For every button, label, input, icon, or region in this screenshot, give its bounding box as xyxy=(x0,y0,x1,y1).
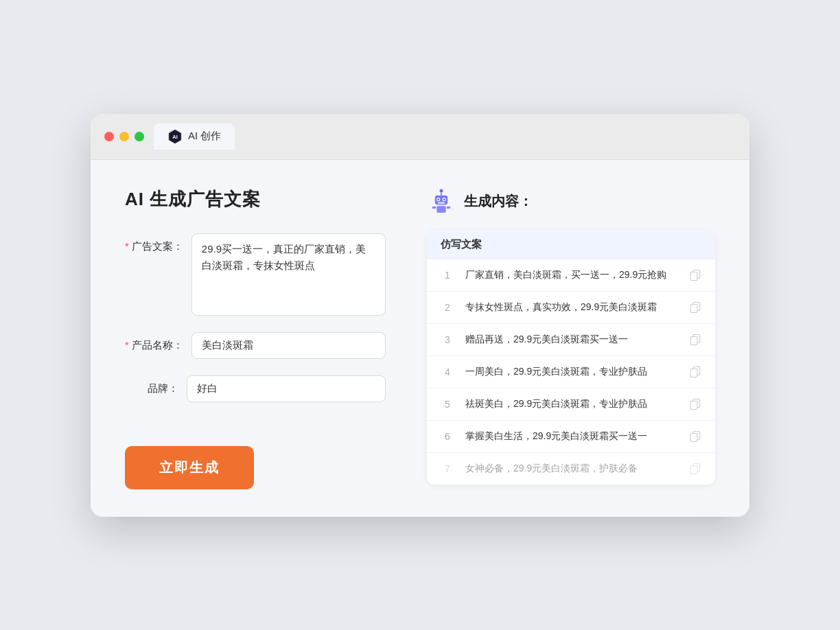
svg-rect-14 xyxy=(690,272,697,280)
row-text: 赠品再送，29.9元美白淡斑霜买一送一 xyxy=(465,334,678,346)
copy-icon[interactable] xyxy=(689,463,701,475)
generate-button[interactable]: 立即生成 xyxy=(125,446,254,489)
row-text: 女神必备，29.9元美白淡斑霜，护肤必备 xyxy=(465,463,678,475)
row-text: 厂家直销，美白淡斑霜，买一送一，29.9元抢购 xyxy=(465,269,678,281)
maximize-button[interactable] xyxy=(135,132,144,141)
result-table: 仿写文案 1厂家直销，美白淡斑霜，买一送一，29.9元抢购 2专抹女性斑点，真实… xyxy=(427,230,715,485)
result-header: 生成内容： xyxy=(427,187,715,216)
table-row: 6掌握美白生活，29.9元美白淡斑霜买一送一 xyxy=(427,421,715,453)
svg-rect-12 xyxy=(447,206,451,208)
table-header: 仿写文案 xyxy=(427,230,715,259)
table-row: 3赠品再送，29.9元美白淡斑霜买一送一 xyxy=(427,324,715,356)
right-panel: 生成内容： 仿写文案 1厂家直销，美白淡斑霜，买一送一，29.9元抢购 2专抹女… xyxy=(427,187,715,489)
svg-rect-10 xyxy=(436,205,445,212)
table-row: 5祛斑美白，29.9元美白淡斑霜，专业护肤品 xyxy=(427,388,715,421)
titlebar: AI AI 创作 xyxy=(91,114,749,160)
left-panel: AI 生成广告文案 广告文案： 产品名称： 品牌： 立即生成 xyxy=(125,187,386,489)
table-row: 1厂家直销，美白淡斑霜，买一送一，29.9元抢购 xyxy=(427,259,715,292)
row-number: 5 xyxy=(441,399,454,410)
svg-point-7 xyxy=(438,198,440,200)
svg-point-2 xyxy=(439,189,443,192)
copy-icon[interactable] xyxy=(689,366,701,378)
tab-label: AI 创作 xyxy=(188,130,221,143)
copy-icon[interactable] xyxy=(689,334,701,346)
ai-tab-icon: AI xyxy=(167,129,183,144)
brand-group: 品牌： xyxy=(125,375,386,402)
table-row: 4一周美白，29.9元美白淡斑霜，专业护肤品 xyxy=(427,356,715,388)
row-number: 3 xyxy=(441,334,454,345)
active-tab[interactable]: AI AI 创作 xyxy=(154,124,235,150)
svg-point-8 xyxy=(443,198,445,200)
minimize-button[interactable] xyxy=(119,132,129,141)
svg-rect-9 xyxy=(438,202,445,203)
copy-icon[interactable] xyxy=(689,398,701,410)
close-button[interactable] xyxy=(104,132,114,141)
ad-copy-group: 广告文案： xyxy=(125,233,386,316)
row-text: 专抹女性斑点，真实功效，29.9元美白淡斑霜 xyxy=(465,301,678,314)
svg-rect-24 xyxy=(690,433,697,441)
row-number: 7 xyxy=(441,463,454,474)
brand-label: 品牌： xyxy=(125,375,187,395)
copy-icon[interactable] xyxy=(689,430,701,443)
browser-window: AI AI 创作 AI 生成广告文案 广告文案： 产品名称： 品牌： xyxy=(91,114,749,517)
product-name-input[interactable] xyxy=(191,332,386,359)
product-name-group: 产品名称： xyxy=(125,332,386,359)
ad-copy-input[interactable] xyxy=(191,233,386,316)
brand-input[interactable] xyxy=(187,375,386,402)
result-rows-container: 1厂家直销，美白淡斑霜，买一送一，29.9元抢购 2专抹女性斑点，真实功效，29… xyxy=(427,259,715,485)
row-number: 4 xyxy=(441,366,454,377)
ad-copy-label: 广告文案： xyxy=(125,233,191,253)
row-number: 6 xyxy=(441,431,454,442)
row-text: 一周美白，29.9元美白淡斑霜，专业护肤品 xyxy=(465,366,678,378)
row-text: 祛斑美白，29.9元美白淡斑霜，专业护肤品 xyxy=(465,398,678,410)
page-title: AI 生成广告文案 xyxy=(125,187,386,211)
svg-rect-11 xyxy=(432,206,436,208)
table-row: 7女神必备，29.9元美白淡斑霜，护肤必备 xyxy=(427,453,715,485)
row-number: 1 xyxy=(441,270,454,281)
svg-rect-20 xyxy=(690,369,697,377)
svg-text:AI: AI xyxy=(172,134,178,140)
copy-icon[interactable] xyxy=(689,269,701,281)
product-name-label: 产品名称： xyxy=(125,332,191,352)
table-row: 2专抹女性斑点，真实功效，29.9元美白淡斑霜 xyxy=(427,292,715,324)
svg-rect-26 xyxy=(690,465,697,474)
svg-rect-22 xyxy=(690,401,697,409)
traffic-lights xyxy=(104,132,144,141)
row-number: 2 xyxy=(441,302,454,313)
svg-rect-18 xyxy=(690,336,697,345)
main-content: AI 生成广告文案 广告文案： 产品名称： 品牌： 立即生成 xyxy=(91,160,749,517)
copy-icon[interactable] xyxy=(689,301,701,314)
robot-icon xyxy=(427,187,456,216)
svg-rect-16 xyxy=(690,304,697,312)
result-title: 生成内容： xyxy=(464,192,533,211)
row-text: 掌握美白生活，29.9元美白淡斑霜买一送一 xyxy=(465,430,678,443)
